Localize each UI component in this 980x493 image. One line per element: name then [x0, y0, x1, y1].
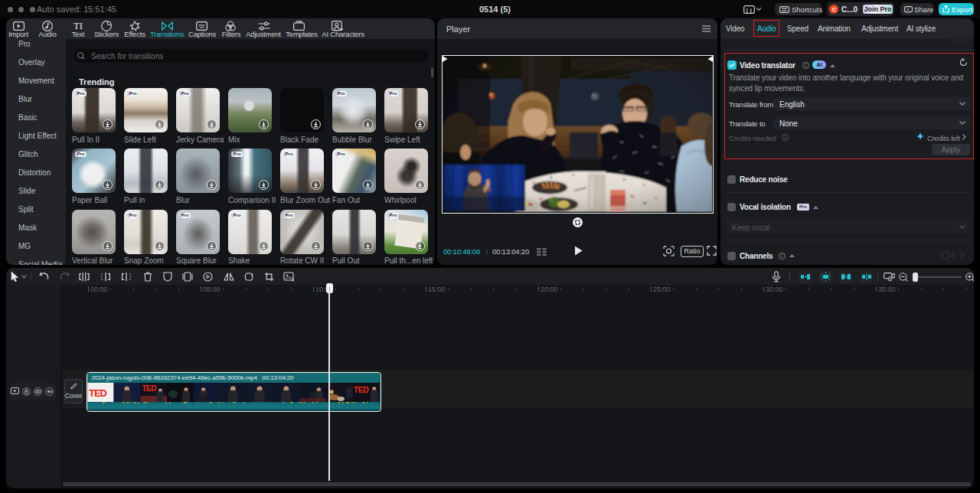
svg-text:TED: TED: [89, 387, 107, 399]
svg-text:TED: TED: [353, 385, 368, 394]
svg-text:TED: TED: [142, 384, 156, 393]
